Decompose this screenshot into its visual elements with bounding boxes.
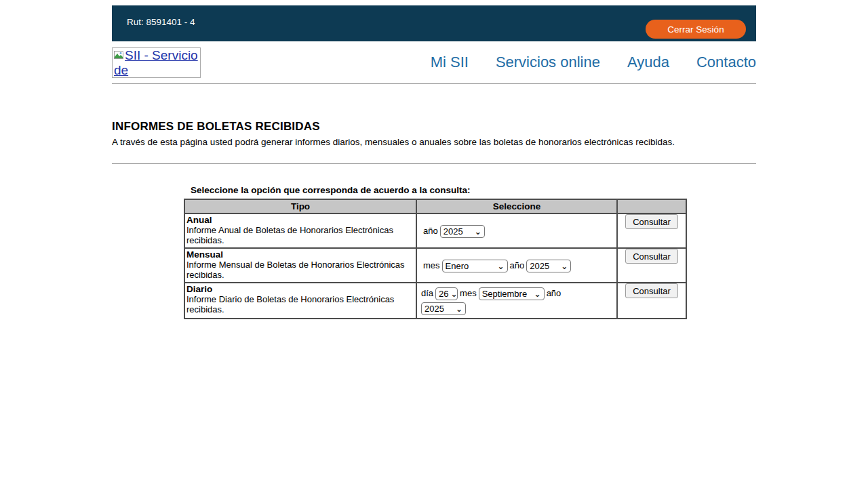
table-row-anual: Anual Informe Anual de Boletas de Honora…: [184, 214, 686, 248]
diario-month-select[interactable]: Septiembre⌄: [479, 287, 545, 300]
nav-link-ayuda[interactable]: Ayuda: [627, 54, 669, 71]
dia-label: día: [421, 288, 433, 298]
anual-year-select[interactable]: 2025⌄: [440, 225, 485, 238]
nav-link-servicios-online[interactable]: Servicios online: [496, 54, 600, 71]
mes-label: mes: [423, 260, 440, 270]
nav-link-mi-sii[interactable]: Mi SII: [431, 54, 469, 71]
broken-image-icon: [114, 48, 124, 57]
form-prompt: Seleccione la opción que corresponda de …: [191, 185, 756, 195]
row-type-label: Mensual: [186, 249, 223, 260]
chevron-down-icon: ⌄: [451, 291, 458, 298]
chevron-down-icon: ⌄: [475, 228, 481, 235]
page-title: INFORMES DE BOLETAS RECIBIDAS: [112, 120, 756, 134]
header-tipo: Tipo: [184, 199, 416, 214]
consultar-mensual-button[interactable]: Consultar: [625, 249, 678, 264]
logout-button[interactable]: Cerrar Sesión: [646, 20, 746, 39]
report-options-table: Tipo Seleccione Anual Informe Anual de B…: [184, 199, 687, 319]
chevron-down-icon: ⌄: [534, 291, 541, 298]
ano-label: año: [510, 260, 525, 270]
header-seleccione: Seleccione: [416, 199, 617, 214]
chevron-down-icon: ⌄: [561, 263, 568, 270]
chevron-down-icon: ⌄: [456, 306, 462, 312]
header-empty: [617, 199, 686, 214]
diario-day-select[interactable]: 26⌄: [435, 287, 458, 300]
row-type-description: Informe Diario de Boletas de Honorarios …: [186, 294, 394, 314]
mensual-month-select[interactable]: Enero⌄: [442, 260, 508, 272]
ano-label: año: [423, 226, 438, 236]
page-description: A través de esta página usted podrá gene…: [112, 137, 756, 147]
logo-link[interactable]: SII - Servicio de: [112, 47, 201, 78]
row-type-label: Anual: [186, 215, 212, 225]
header: SII - Servicio de Mi SII Servicios onlin…: [112, 41, 756, 84]
consultar-diario-button[interactable]: Consultar: [625, 283, 678, 298]
chevron-down-icon: ⌄: [498, 263, 505, 270]
main-nav: Mi SII Servicios online Ayuda Contacto: [431, 54, 756, 71]
topbar: Rut: 8591401 - 4 Cerrar Sesión: [112, 5, 756, 41]
table-row-diario: Diario Informe Diario de Boletas de Hono…: [184, 283, 686, 319]
logo-alt-text: SII - Servicio de: [114, 48, 198, 77]
row-type-description: Informe Mensual de Boletas de Honorarios…: [186, 260, 405, 280]
section-divider: [112, 163, 756, 164]
row-type-label: Diario: [186, 284, 212, 294]
rut-label: Rut: 8591401 - 4: [127, 17, 195, 27]
nav-link-contacto[interactable]: Contacto: [696, 54, 756, 71]
consultar-anual-button[interactable]: Consultar: [625, 214, 678, 229]
page-container: Rut: 8591401 - 4 Cerrar Sesión SII - Ser…: [112, 0, 756, 319]
table-header-row: Tipo Seleccione: [184, 199, 686, 214]
table-row-mensual: Mensual Informe Mensual de Boletas de Ho…: [184, 248, 686, 283]
mes-label: mes: [460, 288, 477, 298]
ano-label: año: [547, 288, 561, 298]
row-type-description: Informe Anual de Boletas de Honorarios E…: [186, 225, 393, 245]
mensual-year-select[interactable]: 2025⌄: [526, 260, 571, 272]
diario-year-select[interactable]: 2025⌄: [421, 302, 466, 315]
